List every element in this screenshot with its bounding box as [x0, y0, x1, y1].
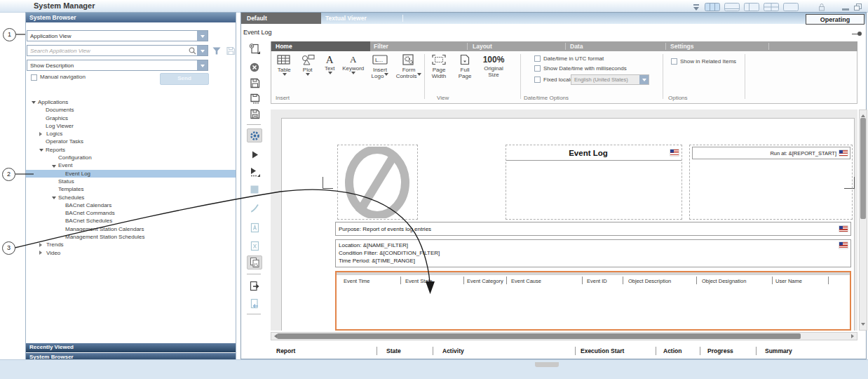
tree-item-bacnet-schedules[interactable]: BACnet Schedules	[26, 217, 236, 225]
tree-item-operator-tasks[interactable]: Operator Tasks	[26, 138, 236, 145]
save-copy-icon[interactable]	[247, 107, 262, 121]
run-icon[interactable]	[247, 147, 262, 161]
scroll-down-icon[interactable]	[861, 323, 865, 328]
expander-down-icon[interactable]	[52, 165, 56, 170]
tree-item-configuration[interactable]: Configuration	[26, 154, 236, 161]
report-list-column[interactable]: Progress	[707, 347, 733, 354]
pin-icon[interactable]	[852, 32, 862, 36]
tree-item-event-log-selected[interactable]: Event Log	[26, 170, 236, 178]
insert-logo-button[interactable]: L... Insert Logo	[367, 51, 393, 79]
scroll-right-icon[interactable]	[851, 334, 856, 338]
tree-item-schedules[interactable]: Schedules	[26, 194, 236, 201]
recently-viewed-bar[interactable]: Recently Viewed	[26, 343, 236, 352]
column-header[interactable]: Object Description	[628, 278, 671, 284]
expander-down-icon[interactable]	[52, 197, 56, 201]
column-header[interactable]: Event ID	[587, 278, 607, 284]
run-options-icon[interactable]	[247, 165, 262, 179]
scroll-up-icon[interactable]	[861, 112, 865, 117]
cancel-icon[interactable]	[247, 60, 262, 74]
ribbon-tab-home[interactable]: Home	[271, 41, 370, 51]
purpose-box[interactable]: Purpose: Report of events log entries	[335, 222, 851, 236]
utc-format-checkbox[interactable]	[534, 55, 541, 62]
report-list-column[interactable]: Summary	[765, 347, 792, 354]
column-header[interactable]: Event Time	[344, 278, 370, 284]
search-combo[interactable]	[27, 45, 208, 56]
report-list-column[interactable]: Execution Start	[581, 347, 624, 354]
tab-textual-viewer[interactable]: Textual Viewer	[325, 15, 367, 22]
tree-item-bacnet-calendars[interactable]: BACnet Calendars	[26, 201, 236, 209]
report-design-canvas[interactable]: Event Log Run at: &[REPORT_START] Purpos…	[271, 109, 857, 331]
tree-item-event[interactable]: Event	[26, 161, 236, 169]
report-title-box[interactable]: Event Log	[506, 145, 682, 220]
report-list-column[interactable]: Report	[276, 347, 295, 354]
save-filter-icon[interactable]	[226, 46, 236, 58]
horizontal-scrollbar[interactable]	[271, 332, 857, 340]
view-selector-combo[interactable]: Application View	[27, 30, 208, 41]
edit-pen-icon[interactable]	[247, 201, 262, 215]
column-header[interactable]: Object Designation	[702, 278, 746, 284]
expander-right-icon[interactable]	[39, 243, 44, 247]
column-header[interactable]: Event Cause	[511, 278, 541, 284]
ribbon-tab-layout[interactable]: Layout	[473, 43, 492, 50]
export-file-icon[interactable]	[247, 279, 262, 293]
search-input[interactable]	[27, 47, 188, 55]
manual-navigation-checkbox[interactable]	[31, 74, 37, 81]
full-page-button[interactable]: Full Page	[452, 51, 477, 79]
event-table[interactable]: Event Time Event State Event Category Ev…	[335, 271, 851, 331]
form-controls-button[interactable]: Form Controls	[393, 51, 424, 79]
ribbon-tab-data[interactable]: Data	[570, 43, 583, 50]
horizontal-scrollbar-thumb[interactable]	[277, 333, 801, 339]
system-browser-header[interactable]: System Browser	[26, 13, 236, 22]
tab-default[interactable]: Default	[241, 13, 321, 24]
tree-item-applications[interactable]: Applications	[26, 98, 236, 106]
tree-item-documents[interactable]: Documents	[26, 106, 236, 114]
scroll-left-icon[interactable]	[272, 334, 277, 338]
tree-item-management-station-calendars[interactable]: Management Station Calendars	[26, 225, 236, 233]
report-list-column[interactable]: Activity	[442, 347, 464, 354]
related-items-checkbox[interactable]	[671, 58, 677, 65]
insert-text-button[interactable]: A Text	[320, 51, 340, 79]
splitter-handle[interactable]	[535, 362, 559, 367]
expander-down-icon[interactable]	[32, 101, 36, 106]
tree-item-reports[interactable]: Reports	[26, 146, 236, 154]
minimize-icon[interactable]	[842, 8, 849, 11]
page-width-button[interactable]: Page Width	[426, 51, 452, 79]
ribbon-tab-filter[interactable]: Filter	[374, 43, 388, 50]
column-header[interactable]: Event Category	[467, 278, 503, 284]
tree-item-management-station-schedules[interactable]: Management Station Schedules	[26, 233, 236, 241]
copy-settings-icon[interactable]	[247, 255, 262, 270]
tree-item-status[interactable]: Status	[26, 178, 236, 185]
tree-item-templates[interactable]: Templates	[26, 185, 236, 193]
filter-funnel-icon[interactable]	[212, 46, 222, 58]
stop-icon[interactable]	[247, 182, 262, 197]
description-selector-combo[interactable]: Show Description	[27, 60, 208, 71]
tree-item-log-viewer[interactable]: Log Viewer	[26, 122, 236, 130]
report-list-column[interactable]: Action	[663, 347, 681, 354]
expander-right-icon[interactable]	[39, 251, 44, 255]
run-at-box[interactable]: Run at: &[REPORT_START]	[692, 147, 850, 159]
filter-summary-box[interactable]: Location: &[NAME_FILTER] Condition Filte…	[335, 239, 851, 267]
export-excel-icon[interactable]	[247, 239, 262, 253]
insert-plot-button[interactable]: Plot	[296, 51, 320, 79]
export-pdf-icon[interactable]	[247, 220, 262, 234]
new-report-icon[interactable]	[247, 41, 262, 55]
vertical-scrollbar[interactable]	[859, 109, 867, 331]
expander-right-icon[interactable]	[39, 132, 44, 136]
operating-button[interactable]: Operating	[806, 14, 864, 25]
insert-table-button[interactable]: Table	[273, 51, 296, 79]
column-header[interactable]: Event State	[405, 278, 433, 284]
import-file-icon[interactable]	[247, 296, 262, 310]
tree-item-bacnet-commands[interactable]: BACnet Commands	[26, 209, 236, 217]
save-icon[interactable]	[247, 76, 262, 90]
save-as-icon[interactable]	[247, 91, 262, 105]
tree-item-logics[interactable]: Logics	[26, 130, 236, 138]
settings-gear-icon[interactable]	[247, 128, 262, 142]
chevron-down-icon[interactable]	[197, 46, 208, 55]
tree-item-graphics[interactable]: Graphics	[26, 114, 236, 122]
tree-item-video[interactable]: Video	[26, 249, 236, 257]
search-icon[interactable]	[188, 46, 197, 55]
expander-down-icon[interactable]	[39, 149, 43, 154]
report-list-column[interactable]: State	[386, 347, 401, 354]
original-size-button[interactable]: 100% Original Size	[477, 51, 510, 79]
ribbon-tab-settings[interactable]: Settings	[670, 43, 694, 50]
